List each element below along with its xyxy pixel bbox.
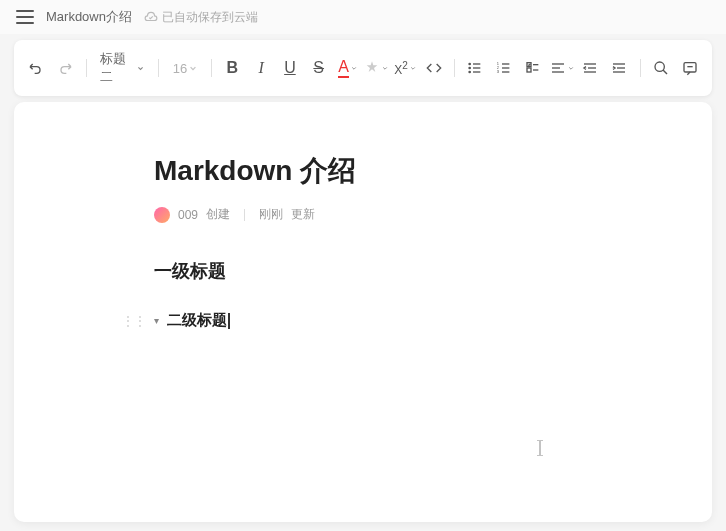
svg-text:3: 3 — [497, 69, 500, 74]
document-title: Markdown介绍 — [46, 8, 132, 26]
heading-2-block[interactable]: 二级标题 — [167, 311, 230, 330]
toolbar: 标题二 16 B I U S A X2 123 — [14, 40, 712, 96]
chevron-down-icon — [351, 60, 357, 76]
indent-button[interactable] — [607, 54, 632, 82]
updated-suffix: 更新 — [291, 206, 315, 223]
font-size-label: 16 — [173, 61, 187, 76]
outdent-button[interactable] — [578, 54, 603, 82]
svg-rect-27 — [684, 63, 696, 72]
text-cursor-icon — [535, 440, 545, 456]
italic-button[interactable]: I — [249, 54, 274, 82]
undo-button[interactable] — [24, 54, 49, 82]
chevron-down-icon — [189, 64, 197, 72]
cloud-icon — [144, 10, 158, 24]
redo-button[interactable] — [53, 54, 78, 82]
checklist-button[interactable] — [521, 54, 546, 82]
author-name: 009 — [178, 208, 198, 222]
clear-format-button[interactable]: X2 — [393, 54, 418, 82]
chevron-down-icon — [568, 60, 574, 76]
menu-icon[interactable] — [16, 10, 34, 24]
svg-rect-15 — [527, 68, 531, 72]
collapse-toggle-icon[interactable]: ▾ — [154, 315, 159, 326]
heading-select-label: 标题二 — [100, 50, 134, 86]
avatar — [154, 207, 170, 223]
author-suffix: 创建 — [206, 206, 230, 223]
save-status: 已自动保存到云端 — [144, 9, 258, 26]
svg-point-2 — [469, 71, 470, 72]
chevron-down-icon — [410, 60, 416, 76]
search-button[interactable] — [649, 54, 674, 82]
editor-canvas[interactable]: Markdown 介绍 009 创建 刚刚 更新 一级标题 ⋮⋮ ▾ 二级标题 — [14, 102, 712, 522]
text-color-button[interactable]: A — [335, 54, 360, 82]
chevron-down-icon — [137, 64, 144, 72]
code-button[interactable] — [421, 54, 446, 82]
page-title[interactable]: Markdown 介绍 — [154, 152, 712, 190]
underline-button[interactable]: U — [278, 54, 303, 82]
comment-button[interactable] — [677, 54, 702, 82]
updated-time: 刚刚 — [259, 206, 283, 223]
bullet-list-button[interactable] — [463, 54, 488, 82]
drag-handle-icon[interactable]: ⋮⋮ — [122, 314, 146, 328]
save-status-text: 已自动保存到云端 — [162, 9, 258, 26]
chevron-down-icon — [382, 60, 388, 76]
heading-1-block[interactable]: 一级标题 — [154, 259, 712, 283]
highlight-button[interactable] — [364, 54, 389, 82]
bold-button[interactable]: B — [220, 54, 245, 82]
svg-line-26 — [663, 70, 667, 74]
document-meta: 009 创建 刚刚 更新 — [154, 206, 712, 223]
svg-point-1 — [469, 67, 470, 68]
svg-point-25 — [655, 62, 664, 71]
font-size-select[interactable]: 16 — [167, 57, 203, 80]
ordered-list-button[interactable]: 123 — [492, 54, 517, 82]
align-button[interactable] — [549, 54, 574, 82]
heading-select[interactable]: 标题二 — [94, 46, 149, 90]
svg-point-0 — [469, 63, 470, 64]
strikethrough-button[interactable]: S — [306, 54, 331, 82]
